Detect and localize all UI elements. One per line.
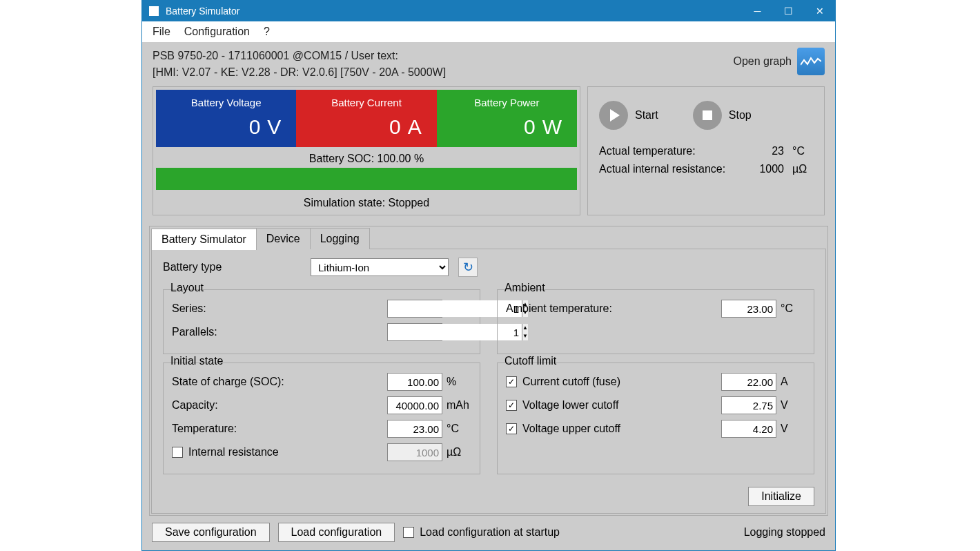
voltage-upper-label: Voltage upper cutoff (522, 423, 620, 435)
tab-battery-simulator[interactable]: Battery Simulator (151, 229, 257, 250)
temperature-input[interactable] (387, 420, 442, 438)
titlebar: Battery Simulator ─ ☐ ✕ (142, 1, 835, 21)
footer: Save configuration Load configuration Lo… (142, 516, 835, 550)
capacity-input[interactable] (387, 396, 442, 414)
tab-content: Battery type Lithium-Ion ↻ Layout Series… (151, 249, 826, 514)
current-meter: Battery Current 0A (296, 90, 436, 147)
voltage-upper-input[interactable] (721, 420, 776, 438)
app-icon (149, 6, 159, 16)
voltage-lower-label: Voltage lower cutoff (522, 399, 618, 412)
refresh-icon[interactable]: ↻ (458, 258, 478, 277)
load-configuration-button[interactable]: Load configuration (278, 523, 395, 542)
stop-button[interactable]: Stop (693, 101, 752, 130)
parallels-label: Parallels: (172, 326, 387, 338)
battery-type-select[interactable]: Lithium-Ion (311, 258, 449, 276)
actual-temperature-value: 23 (772, 145, 784, 157)
simulation-state: Simulation state: Stopped (156, 197, 577, 212)
initial-state-fieldset: Initial state State of charge (SOC): % C… (163, 362, 480, 474)
device-info-line2: [HMI: V2.07 - KE: V2.28 - DR: V2.0.6] [7… (153, 64, 446, 81)
control-block: Start Stop Actual temperature: 23°C Actu… (587, 86, 825, 215)
open-graph-button[interactable]: Open graph (733, 48, 825, 75)
current-cutoff-label: Current cutoff (fuse) (522, 376, 620, 388)
open-graph-label: Open graph (733, 55, 792, 68)
soc-label: Battery SOC: 100.00 % (156, 153, 577, 165)
close-button[interactable]: ✕ (804, 1, 835, 21)
soc-bar (156, 168, 577, 190)
ambient-fieldset: Ambient Ambient temperature: °C (497, 289, 814, 354)
power-meter: Battery Power 0W (437, 90, 577, 147)
voltage-lower-checkbox[interactable]: ✓ (506, 400, 517, 411)
voltage-upper-checkbox[interactable]: ✓ (506, 423, 517, 434)
load-at-startup-checkbox[interactable] (403, 527, 414, 538)
actual-resistance-value: 1000 (759, 163, 784, 175)
menu-configuration[interactable]: Configuration (184, 26, 250, 38)
tabs-container: Battery Simulator Device Logging Battery… (149, 226, 828, 516)
readings-block: Battery Voltage 0V Battery Current 0A Ba… (153, 86, 580, 215)
ambient-temp-input[interactable] (721, 300, 776, 318)
battery-simulator-window: Battery Simulator ─ ☐ ✕ File Configurati… (141, 0, 836, 551)
stop-icon (693, 101, 722, 130)
cutoff-fieldset: Cutoff limit ✓ Current cutoff (fuse) A (497, 362, 814, 474)
battery-type-label: Battery type (163, 261, 301, 273)
soc-input[interactable] (387, 373, 442, 391)
window-title: Battery Simulator (166, 6, 239, 17)
logging-status: Logging stopped (744, 526, 825, 539)
internal-resistance-checkbox[interactable] (172, 447, 183, 458)
soc-field-label: State of charge (SOC): (172, 376, 387, 388)
play-icon (599, 101, 628, 130)
actual-resistance-label: Actual internal resistance: (599, 163, 725, 175)
initialize-button[interactable]: Initialize (748, 487, 814, 506)
actual-temperature-label: Actual temperature: (599, 145, 696, 157)
internal-resistance-label: Internal resistance (188, 446, 279, 458)
current-cutoff-checkbox[interactable]: ✓ (506, 376, 517, 387)
start-button[interactable]: Start (599, 101, 658, 130)
series-stepper[interactable]: ▲▼ (387, 300, 442, 318)
parallels-stepper[interactable]: ▲▼ (387, 323, 442, 341)
maximize-button[interactable]: ☐ (773, 1, 804, 21)
minimize-button[interactable]: ─ (742, 1, 773, 21)
series-label: Series: (172, 302, 387, 315)
voltage-lower-input[interactable] (721, 396, 776, 414)
layout-fieldset: Layout Series: ▲▼ Parallels: (163, 289, 480, 354)
menubar: File Configuration ? (142, 21, 835, 42)
load-at-startup-label: Load configuration at startup (420, 526, 560, 539)
menu-file[interactable]: File (153, 26, 170, 38)
info-row: PSB 9750-20 - 1711060001 @COM15 / User t… (142, 42, 835, 86)
ambient-temp-label: Ambient temperature: (506, 302, 721, 315)
capacity-label: Capacity: (172, 399, 387, 412)
save-configuration-button[interactable]: Save configuration (152, 523, 270, 542)
voltage-meter: Battery Voltage 0V (156, 90, 296, 147)
menu-help[interactable]: ? (264, 26, 270, 38)
device-info-line1: PSB 9750-20 - 1711060001 @COM15 / User t… (153, 48, 446, 64)
graph-icon (797, 48, 825, 75)
internal-resistance-input (387, 443, 442, 461)
temperature-label: Temperature: (172, 423, 387, 435)
tab-logging[interactable]: Logging (310, 228, 370, 249)
current-cutoff-input[interactable] (721, 373, 776, 391)
tab-device[interactable]: Device (256, 228, 311, 249)
